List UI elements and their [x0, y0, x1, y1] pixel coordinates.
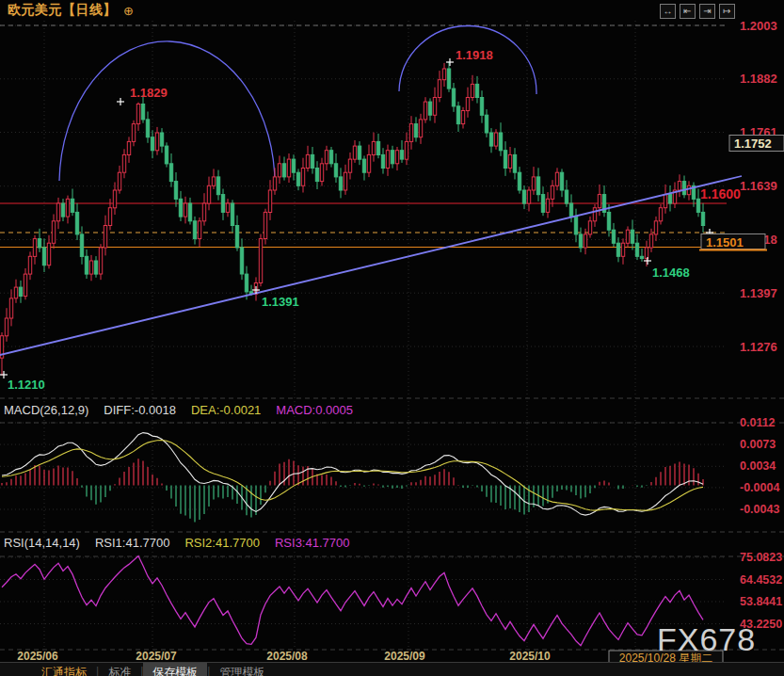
price-annotation: 1.1829 — [130, 86, 168, 100]
macd-diff-line — [2, 433, 703, 515]
macd-dea-value: DEA:-0.0021 — [191, 403, 261, 417]
chart-toolbar: ↔⇤⇥↦ — [660, 4, 735, 19]
svg-text:0.0034: 0.0034 — [740, 459, 776, 473]
svg-text:1.1882: 1.1882 — [740, 72, 777, 86]
chart-canvas[interactable]: 1.16001.18291.19181.13911.14681.12101.20… — [0, 0, 784, 676]
rsi3-value: RSI3:41.7700 — [275, 536, 350, 550]
macd-histogram — [2, 459, 703, 522]
chart-header: 欧元美元【日线】 ⊕ ↔⇤⇥↦ — [0, 0, 784, 21]
svg-text:1.1501: 1.1501 — [706, 235, 744, 249]
rsi-label-row: RSI(14,14,14) RSI1:41.7700 RSI2:41.7700 … — [4, 536, 349, 550]
jump-to-latest-icon[interactable]: ↦ — [719, 4, 735, 19]
panel-dividers — [0, 398, 784, 650]
support-price-box: 1.1501 — [699, 234, 767, 250]
last-price-box: 1.1752 — [729, 136, 784, 152]
anchor-marks[interactable] — [0, 58, 713, 378]
fx678-watermark: FX678 — [657, 621, 756, 658]
tab-汇通指标[interactable]: 汇通指标 — [32, 663, 96, 676]
svg-text:2025/06: 2025/06 — [17, 650, 58, 663]
svg-text:64.4532: 64.4532 — [740, 573, 782, 587]
svg-text:53.8441: 53.8441 — [740, 595, 782, 608]
svg-text:1.1639: 1.1639 — [740, 179, 777, 193]
price-annotation: 1.1210 — [8, 378, 45, 392]
x-axis-labels: 2025/062025/072025/082025/092025/10 — [17, 650, 551, 663]
svg-text:2025/07: 2025/07 — [136, 650, 177, 663]
macd-hist-value: MACD:0.0005 — [276, 403, 353, 417]
macd-diff-value: DIFF:-0.0018 — [104, 403, 176, 417]
rsi-y-axis-labels: 75.082364.453253.844143.2250 — [740, 551, 782, 631]
svg-text:75.0823: 75.0823 — [740, 551, 782, 564]
footer-tab-bar: 汇通指标|标准|保存模板|管理模板 — [0, 662, 784, 676]
svg-text:2025/08: 2025/08 — [266, 650, 308, 663]
rsi-line — [2, 556, 703, 646]
svg-text:1.1276: 1.1276 — [740, 340, 777, 354]
gridlines — [0, 21, 727, 650]
price-annotation: 1.1391 — [262, 295, 299, 309]
tab-标准[interactable]: 标准 — [99, 663, 140, 676]
scroll-right-icon[interactable]: ⇥ — [699, 4, 715, 19]
scroll-left-icon[interactable]: ⇤ — [680, 4, 696, 19]
macd-dea-line — [2, 441, 703, 511]
arc-drawing — [59, 41, 275, 188]
rsi-title: RSI(14,14,14) — [4, 536, 80, 550]
price-annotation: 1.1918 — [456, 48, 493, 62]
macd-y-axis-labels: 0.01120.00730.0034-0.0004-0.0043 — [740, 416, 779, 516]
svg-text:1.1752: 1.1752 — [734, 137, 772, 151]
symbol-title: 欧元美元【日线】 — [8, 2, 117, 19]
resistance-label: 1.1600 — [700, 186, 741, 201]
rsi2-value: RSI2:41.7700 — [184, 536, 260, 550]
svg-text:1.1397: 1.1397 — [740, 286, 777, 300]
macd-label-row: MACD(26,12,9) DIFF:-0.0018 DEA:-0.0021 M… — [4, 403, 353, 417]
svg-text:-0.0043: -0.0043 — [740, 503, 779, 516]
rsi1-value: RSI1:41.7700 — [95, 536, 170, 550]
main-y-axis-labels: 1.20031.18821.17611.16391.15181.13971.12… — [740, 19, 777, 354]
add-indicator-icon[interactable]: ⊕ — [123, 4, 134, 18]
chart-application: 1.16001.18291.19181.13911.14681.12101.20… — [0, 0, 784, 676]
svg-text:2025/09: 2025/09 — [384, 650, 425, 663]
svg-text:0.0112: 0.0112 — [740, 416, 776, 429]
svg-text:0.0073: 0.0073 — [740, 438, 776, 451]
tab-保存模板[interactable]: 保存模板 — [143, 663, 207, 676]
macd-title: MACD(26,12,9) — [4, 403, 88, 417]
svg-text:2025/10: 2025/10 — [509, 650, 551, 663]
price-annotation: 1.1468 — [652, 266, 690, 280]
tab-管理模板[interactable]: 管理模板 — [210, 663, 274, 676]
pan-icon[interactable]: ↔ — [660, 4, 676, 19]
svg-text:-0.0004: -0.0004 — [740, 481, 779, 494]
